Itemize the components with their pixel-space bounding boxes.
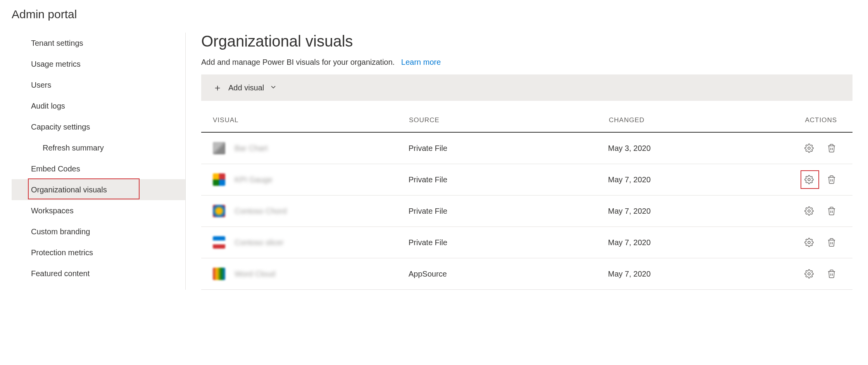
sidebar-item-users[interactable]: Users xyxy=(12,74,185,95)
settings-button[interactable] xyxy=(804,237,815,248)
sidebar-item-audit-logs[interactable]: Audit logs xyxy=(12,95,185,116)
chevron-down-icon xyxy=(270,84,276,92)
table-row: Contoso slicer Private File May 7, 2020 xyxy=(201,227,852,258)
visual-icon xyxy=(213,205,225,217)
page-subtitle: Add and manage Power BI visuals for your… xyxy=(201,58,852,67)
sidebar-item-embed-codes[interactable]: Embed Codes xyxy=(12,158,185,179)
source-value: AppSource xyxy=(409,270,608,279)
svg-point-3 xyxy=(808,241,810,244)
svg-point-0 xyxy=(808,147,810,149)
trash-icon xyxy=(827,269,836,279)
svg-point-1 xyxy=(808,178,810,181)
visual-name: Word Cloud xyxy=(235,270,275,279)
sidebar: Tenant settings Usage metrics Users Audi… xyxy=(12,33,186,290)
table-header: VISUAL SOURCE CHANGED ACTIONS xyxy=(201,109,852,133)
add-visual-label: Add visual xyxy=(228,83,264,92)
changed-value: May 7, 2020 xyxy=(608,238,804,247)
changed-value: May 7, 2020 xyxy=(608,175,804,184)
changed-value: May 7, 2020 xyxy=(608,270,804,279)
delete-button[interactable] xyxy=(826,206,837,216)
source-value: Private File xyxy=(409,207,608,216)
delete-button[interactable] xyxy=(826,174,837,185)
visual-name: Contoso slicer xyxy=(235,238,284,247)
changed-value: May 3, 2020 xyxy=(608,144,804,153)
visual-name: KPI Gauge xyxy=(235,175,273,184)
gear-icon xyxy=(804,175,814,184)
visual-name: Contoso Chord xyxy=(235,207,287,216)
trash-icon xyxy=(827,238,836,247)
visuals-table: VISUAL SOURCE CHANGED ACTIONS Bar Chart … xyxy=(201,109,852,290)
sidebar-item-custom-branding[interactable]: Custom branding xyxy=(12,221,185,242)
source-value: Private File xyxy=(409,175,608,184)
gear-icon xyxy=(804,206,814,216)
visual-icon xyxy=(213,236,225,249)
sidebar-item-workspaces[interactable]: Workspaces xyxy=(12,200,185,221)
gear-icon xyxy=(804,269,814,279)
col-header-visual[interactable]: VISUAL xyxy=(213,116,409,124)
gear-icon xyxy=(804,144,814,153)
delete-button[interactable] xyxy=(826,237,837,248)
delete-button[interactable] xyxy=(826,143,837,154)
visual-icon xyxy=(213,173,225,186)
sidebar-item-featured-content[interactable]: Featured content xyxy=(12,263,185,284)
sidebar-item-tenant-settings[interactable]: Tenant settings xyxy=(12,33,185,54)
sidebar-item-label: Organizational visuals xyxy=(31,185,107,194)
source-value: Private File xyxy=(409,238,608,247)
changed-value: May 7, 2020 xyxy=(608,207,804,216)
trash-icon xyxy=(827,206,836,216)
col-header-changed[interactable]: CHANGED xyxy=(609,116,805,124)
sidebar-item-refresh-summary[interactable]: Refresh summary xyxy=(12,137,185,158)
settings-button[interactable] xyxy=(804,268,815,279)
sidebar-item-usage-metrics[interactable]: Usage metrics xyxy=(12,54,185,74)
sidebar-item-protection-metrics[interactable]: Protection metrics xyxy=(12,242,185,263)
sidebar-item-capacity-settings[interactable]: Capacity settings xyxy=(12,116,185,137)
portal-title: Admin portal xyxy=(12,8,868,21)
visual-name: Bar Chart xyxy=(235,144,268,153)
table-row: KPI Gauge Private File May 7, 2020 xyxy=(201,164,852,195)
subtitle-text: Add and manage Power BI visuals for your… xyxy=(201,58,395,66)
svg-point-2 xyxy=(808,210,810,212)
table-row: Word Cloud AppSource May 7, 2020 xyxy=(201,258,852,290)
page-title: Organizational visuals xyxy=(201,33,852,50)
table-row: Bar Chart Private File May 3, 2020 xyxy=(201,133,852,164)
settings-button[interactable] xyxy=(804,206,815,216)
gear-icon xyxy=(804,238,814,247)
col-header-source[interactable]: SOURCE xyxy=(409,116,609,124)
plus-icon: ＋ xyxy=(213,81,222,94)
table-row: Contoso Chord Private File May 7, 2020 xyxy=(201,195,852,227)
learn-more-link[interactable]: Learn more xyxy=(401,58,441,66)
sidebar-item-organizational-visuals[interactable]: Organizational visuals xyxy=(12,179,185,200)
main-content: Organizational visuals Add and manage Po… xyxy=(186,33,868,290)
settings-button[interactable] xyxy=(804,174,815,185)
col-header-actions: ACTIONS xyxy=(805,116,841,124)
add-visual-button[interactable]: ＋ Add visual xyxy=(201,74,852,101)
delete-button[interactable] xyxy=(826,268,837,279)
trash-icon xyxy=(827,175,836,184)
visual-icon xyxy=(213,142,225,154)
svg-point-4 xyxy=(808,273,810,275)
trash-icon xyxy=(827,144,836,153)
settings-button[interactable] xyxy=(804,143,815,154)
visual-icon xyxy=(213,268,225,280)
source-value: Private File xyxy=(409,144,608,153)
